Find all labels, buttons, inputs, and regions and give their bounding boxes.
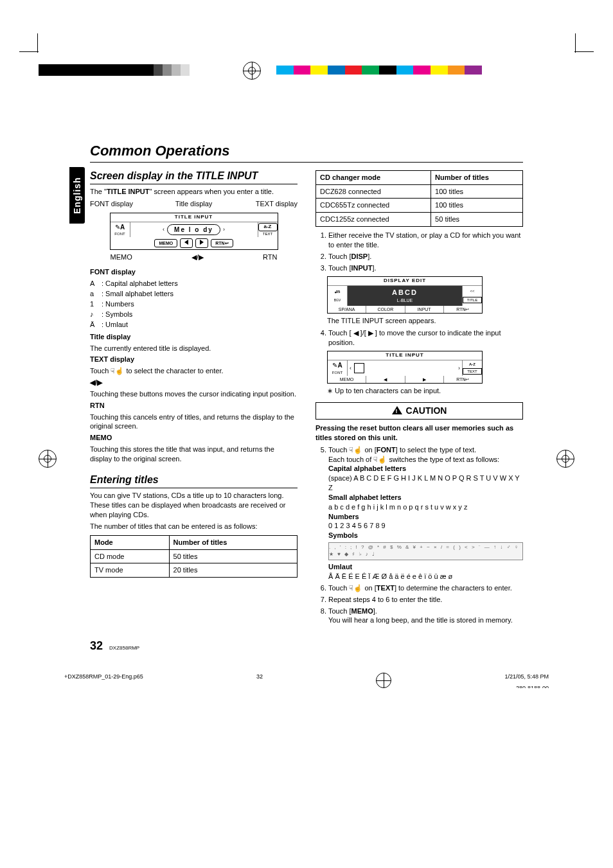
title-input-screen-diagram: TITLE INPUT ✎AFONT ‹› A-ZTEXT MEMO◀▶RTN↩: [327, 351, 483, 384]
body-text: Touching these buttons moves the cursor …: [90, 389, 298, 399]
table-row: CD mode50 titles: [91, 549, 298, 563]
source-file: +DXZ858RMP_01-29-Eng.p65: [64, 673, 143, 688]
list-item: Touch [DISP].: [328, 252, 523, 261]
body-text: You can give TV stations, CDs a title up…: [90, 491, 298, 520]
list-item: Repeat steps 4 to 6 to enter the title.: [328, 595, 523, 605]
sub-heading: Title display: [90, 332, 298, 342]
registration-mark-icon: [39, 450, 57, 468]
caution-text: Pressing the reset button clears all use…: [315, 423, 523, 443]
table-row: CDC655Tz connected100 titles: [316, 199, 523, 213]
triangle-left-icon: [184, 240, 188, 245]
section-heading: Entering titles: [90, 473, 298, 489]
page-number: 32: [90, 638, 103, 653]
table-row: TV mode20 titles: [91, 563, 298, 578]
warning-icon: [392, 406, 402, 414]
grey-steps: [145, 64, 190, 76]
display-edit-screen-diagram: DISPLAY EDIT ₂05BGV ABCD L-BLUE <<TITLE …: [327, 276, 483, 314]
sub-heading: ◀/▶: [90, 378, 298, 387]
diagram-under-labels: MEMO ◀/▶ RTN: [111, 252, 278, 262]
crop-mark: [37, 33, 38, 53]
list-item: Touch [ ◀ ]/[ ▶ ] to move the cursor to …: [328, 328, 523, 348]
crop-mark: [574, 51, 594, 52]
print-page: 32: [256, 673, 263, 688]
body-text: Touching this cancels entry of titles, a…: [90, 412, 298, 432]
title-input-screen-diagram: TITLE INPUT ✎A FONT ‹ Me l o dy › a-Z: [110, 213, 278, 250]
right-column: CD changer modeNumber of titles DCZ628 c…: [315, 166, 523, 628]
mode-titles-table: ModeNumber of titles CD mode50 titles TV…: [90, 535, 298, 578]
model-number: DXZ858RMP: [109, 645, 139, 652]
language-tab: English: [69, 167, 85, 224]
triangle-right-icon: [200, 240, 204, 245]
lcd-title-field: ‹ Me l o dy ›: [130, 222, 258, 238]
changer-titles-table: CD changer modeNumber of titles DCZ628 c…: [315, 170, 523, 227]
crop-mark: [19, 51, 39, 52]
lcd-right-panel: a-Z TEXT: [258, 222, 278, 238]
table-row: DCZ628 connected100 titles: [316, 184, 523, 199]
page-title: Common Operations: [90, 141, 523, 163]
diagram-labels: FONT display Title display TEXT display: [90, 199, 298, 209]
doc-code: 280-8188-00: [516, 684, 549, 688]
body-text: The currently entered title is displayed…: [90, 344, 298, 353]
sub-heading: FONT display: [90, 267, 298, 277]
section-heading: Screen display in the TITLE INPUT: [90, 169, 298, 185]
registration-mark-icon: [243, 62, 261, 80]
body-text: Touching this stores the title that was …: [90, 445, 298, 464]
left-column: Screen display in the TITLE INPUT The "T…: [90, 166, 298, 628]
note-text: Up to ten characters can be input.: [327, 386, 523, 396]
sub-heading: RTN: [90, 401, 298, 411]
steps-list: Touch ☟☝ on [FONT] to select the type of…: [315, 445, 523, 626]
steps-list: Either receive the TV station, or play a…: [315, 231, 523, 272]
list-item: Touch [MEMO]. You will hear a long beep,…: [328, 607, 523, 626]
print-registration-marks: [0, 64, 613, 116]
lcd-left-panel: ✎A FONT: [111, 222, 130, 238]
registration-mark-icon: [376, 673, 391, 688]
body-text: The "TITLE INPUT" screen appears when yo…: [90, 187, 298, 197]
body-text: Touch ☟☝ to select the character to ente…: [90, 366, 298, 376]
body-text: The TITLE INPUT screen appears.: [327, 316, 523, 326]
caution-box: CAUTION: [315, 402, 523, 420]
body-text: The number of titles that can be entered…: [90, 522, 298, 531]
list-item: Touch ☟☝ on [FONT] to select the type of…: [328, 445, 523, 581]
color-bar: [276, 66, 482, 75]
symbols-graphic: . , ' : ; ! ? @ * # $ % & ¥ + − × / = ( …: [328, 542, 523, 560]
list-item: Either receive the TV station, or play a…: [328, 231, 523, 250]
steps-list: Touch [ ◀ ]/[ ▶ ] to move the cursor to …: [315, 328, 523, 348]
page-footer: 32 DXZ858RMP: [90, 638, 523, 653]
sub-heading: MEMO: [90, 433, 298, 443]
definition-list: A: Capital alphabet letters a: Small alp…: [90, 279, 298, 329]
lcd-header: TITLE INPUT: [111, 213, 278, 222]
sub-heading: TEXT display: [90, 355, 298, 364]
registration-mark-icon: [556, 450, 574, 468]
list-item: Touch [INPUT].: [328, 263, 523, 273]
print-footer: +DXZ858RMP_01-29-Eng.p65 32 1/21/05, 5:4…: [64, 673, 549, 688]
lcd-button-row: MEMO RTN↩: [111, 237, 278, 249]
list-item: Touch ☟☝ on [TEXT] to determine the char…: [328, 583, 523, 593]
crop-mark: [575, 33, 576, 53]
table-row: CDC1255z connected50 titles: [316, 213, 523, 227]
